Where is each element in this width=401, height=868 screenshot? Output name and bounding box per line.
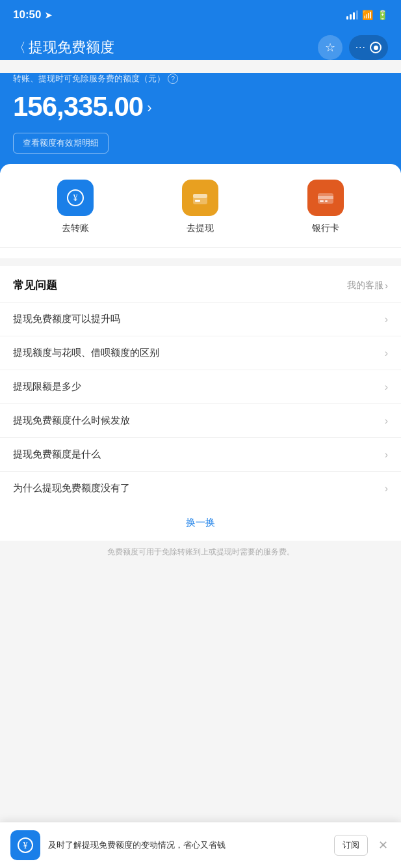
svg-rect-8 (325, 200, 328, 202)
status-time: 10:50 ➤ (13, 8, 52, 21)
card-section: ¥ 去转账 去提现 (0, 164, 401, 258)
svg-rect-6 (318, 196, 333, 199)
back-chevron-icon: 〈 (13, 39, 26, 57)
transfer-icon: ¥ (57, 180, 94, 216)
notification-icon: ¥ (10, 830, 40, 860)
validity-detail-button[interactable]: 查看额度有效期明细 (13, 133, 109, 154)
more-options-button[interactable]: ··· (349, 35, 388, 60)
notification-close-icon[interactable]: ✕ (376, 835, 391, 855)
time-text: 10:50 (13, 8, 41, 21)
location-arrow-icon: ➤ (45, 10, 52, 20)
faq-item[interactable]: 提现免费额度是什么 › (0, 437, 401, 471)
faq-item[interactable]: 提现免费额度什么时候发放 › (0, 403, 401, 437)
faq-item-text: 提现免费额度可以提升吗 (13, 313, 120, 325)
notification-text: 及时了解提现免费额度的变动情况，省心又省钱 (48, 839, 326, 852)
quick-actions: ¥ 去转账 去提现 (0, 180, 401, 248)
customer-service-button[interactable]: 我的客服 › (347, 280, 388, 292)
header: 〈 提现免费额度 ☆ ··· (0, 29, 401, 60)
faq-item-text: 提现免费额度什么时候发放 (13, 414, 130, 427)
faq-title: 常见问题 (13, 278, 57, 293)
faq-item[interactable]: 提现额度与花呗、借呗额度的区别 › (0, 336, 401, 370)
faq-header: 常见问题 我的客服 › (0, 266, 401, 302)
faq-item[interactable]: 提现限额是多少 › (0, 370, 401, 403)
transfer-label: 去转账 (62, 223, 89, 234)
faq-chevron-icon: › (385, 415, 388, 427)
transfer-action[interactable]: ¥ 去转账 (13, 180, 138, 234)
amount-display[interactable]: 156,335.00 › (13, 91, 388, 122)
faq-item-text: 提现限额是多少 (13, 381, 81, 393)
record-icon (370, 42, 382, 53)
withdraw-action[interactable]: 去提现 (138, 180, 263, 234)
faq-chevron-icon: › (385, 314, 388, 325)
bottom-notification: ¥ 及时了解提现免费额度的变动情况，省心又省钱 订阅 ✕ (0, 822, 401, 868)
header-nav: 〈 提现免费额度 ☆ ··· (13, 35, 388, 60)
faq-item[interactable]: 提现免费额度可以提升吗 › (0, 302, 401, 336)
service-label: 我的客服 (347, 280, 383, 292)
star-icon: ☆ (325, 40, 335, 55)
faq-item[interactable]: 为什么提现免费额度没有了 › (0, 471, 401, 505)
footer-section: 免费额度可用于免除转账到上或提现时需要的服务费。 (0, 541, 401, 623)
withdraw-icon (182, 180, 218, 216)
svg-rect-3 (193, 194, 207, 198)
back-button[interactable]: 〈 提现免费额度 (13, 38, 114, 57)
subscribe-button[interactable]: 订阅 (334, 835, 368, 856)
question-icon[interactable]: ? (168, 74, 178, 84)
footer-text: 免费额度可用于免除转账到上或提现时需要的服务费。 (107, 547, 294, 556)
bank-card-action[interactable]: 银行卡 (263, 180, 388, 234)
withdraw-label: 去提现 (187, 223, 214, 234)
status-icons: 📶 🔋 (346, 10, 388, 20)
amount-value: 156,335.00 (13, 91, 143, 122)
header-actions: ☆ ··· (318, 35, 388, 60)
bank-card-label: 银行卡 (312, 223, 339, 234)
svg-rect-7 (320, 200, 324, 202)
svg-text:¥: ¥ (73, 193, 78, 203)
amount-subtitle: 转账、提现时可免除服务费的额度（元） ? (13, 73, 388, 85)
dots-icon: ··· (356, 42, 366, 53)
service-chevron-icon: › (385, 280, 388, 291)
status-bar: 10:50 ➤ 📶 🔋 (0, 0, 401, 29)
page-title: 提现免费额度 (29, 38, 114, 57)
battery-icon: 🔋 (377, 10, 388, 20)
faq-chevron-icon: › (385, 381, 388, 393)
faq-item-text: 为什么提现免费额度没有了 (13, 482, 130, 495)
signal-icon (346, 10, 358, 20)
faq-section: 常见问题 我的客服 › 提现免费额度可以提升吗 › 提现额度与花呗、借呗额度的区… (0, 266, 401, 541)
wifi-icon: 📶 (362, 10, 373, 20)
faq-chevron-icon: › (385, 347, 388, 359)
faq-item-text: 提现免费额度是什么 (13, 448, 101, 461)
faq-chevron-icon: › (385, 483, 388, 495)
faq-chevron-icon: › (385, 449, 388, 461)
bank-card-icon (307, 180, 344, 216)
faq-item-text: 提现额度与花呗、借呗额度的区别 (13, 347, 159, 359)
svg-text:¥: ¥ (23, 841, 28, 850)
amount-chevron-icon: › (147, 100, 151, 116)
subtitle-text: 转账、提现时可免除服务费的额度（元） (13, 73, 165, 85)
svg-rect-4 (195, 200, 200, 202)
amount-section: 转账、提现时可免除服务费的额度（元） ? 156,335.00 › 查看额度有效… (0, 73, 401, 173)
favorite-button[interactable]: ☆ (318, 35, 343, 60)
refresh-faq-button[interactable]: 换一换 (0, 505, 401, 541)
